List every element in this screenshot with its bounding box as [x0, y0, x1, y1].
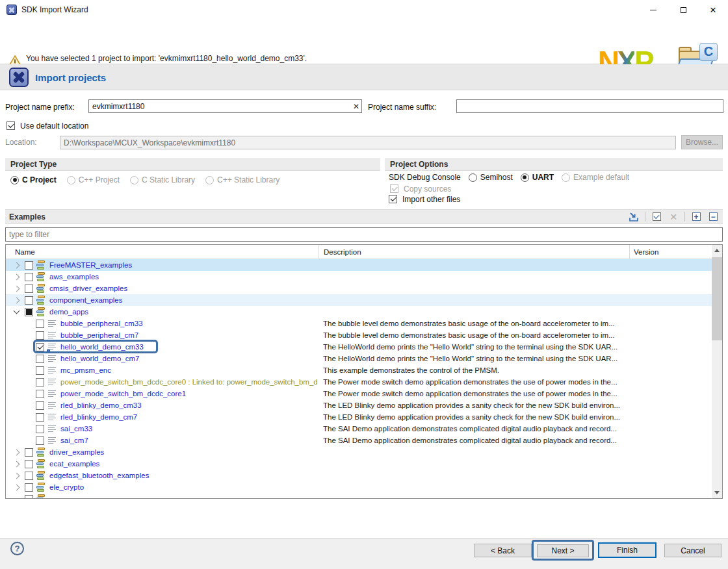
suffix-input[interactable]	[456, 99, 723, 113]
radio-uart[interactable]: UART	[521, 173, 554, 182]
example-name[interactable]: ele_crypto	[49, 483, 84, 491]
example-name[interactable]: bubble_peripheral_cm7	[60, 331, 138, 339]
table-row[interactable]: hello_world_demo_cm7The HelloWorld demo …	[6, 353, 712, 364]
example-name[interactable]: bubble_peripheral_cm33	[60, 320, 143, 327]
minimize-button[interactable]	[638, 0, 668, 19]
table-row[interactable]: sai_cm33The SAI Demo application demonst…	[6, 423, 712, 435]
import-other-files-checkbox[interactable]	[389, 195, 397, 203]
table-row[interactable]: ecat_examples	[6, 458, 712, 470]
example-name[interactable]: rled_blinky_demo_cm33	[60, 401, 142, 409]
expand-arrow-icon[interactable]	[14, 472, 20, 479]
row-checkbox[interactable]	[25, 273, 33, 281]
row-checkbox[interactable]	[25, 261, 33, 270]
row-checkbox[interactable]	[36, 343, 44, 351]
select-all-icon[interactable]	[651, 211, 662, 223]
row-checkbox[interactable]	[36, 331, 44, 340]
help-button[interactable]: ?	[10, 542, 24, 555]
filter-input[interactable]	[5, 227, 723, 242]
table-row[interactable]: hello_world_demo_cm33The HelloWorld demo…	[6, 341, 712, 353]
column-header-description[interactable]: Description	[318, 245, 629, 259]
row-checkbox[interactable]	[36, 320, 44, 328]
row-checkbox[interactable]	[36, 436, 44, 445]
row-checkbox[interactable]	[25, 296, 33, 305]
table-row[interactable]: driver_examples	[6, 446, 712, 458]
table-row[interactable]: aws_examples	[6, 271, 712, 283]
table-row[interactable]: demo_apps	[6, 306, 712, 318]
prefix-input[interactable]	[88, 99, 362, 113]
table-row[interactable]: power_mode_switch_bm_dcdc_core0 : Linked…	[6, 376, 712, 388]
row-checkbox[interactable]	[25, 308, 33, 316]
example-name[interactable]: driver_examples	[49, 448, 104, 456]
table-row[interactable]	[6, 493, 712, 498]
row-checkbox[interactable]	[36, 390, 44, 398]
vertical-scrollbar[interactable]	[712, 245, 722, 498]
maximize-button[interactable]	[668, 0, 698, 19]
table-row[interactable]: bubble_peripheral_cm33The bubble level d…	[6, 318, 712, 329]
row-checkbox[interactable]	[36, 378, 44, 386]
expand-all-icon[interactable]: +	[690, 211, 702, 223]
example-name[interactable]: FreeMASTER_examples	[49, 261, 132, 269]
table-row[interactable]: FreeMASTER_examples	[6, 259, 712, 271]
expand-arrow-icon[interactable]	[14, 461, 20, 467]
table-row[interactable]: bubble_peripheral_cm7The bubble level de…	[6, 329, 712, 341]
cancel-button[interactable]: Cancel	[664, 544, 722, 557]
example-name[interactable]: demo_apps	[49, 308, 88, 316]
row-checkbox[interactable]	[25, 483, 33, 492]
expand-arrow-icon[interactable]	[14, 297, 20, 303]
table-row[interactable]: sai_cm7The SAI Demo application demonstr…	[6, 435, 712, 446]
example-name[interactable]: cmsis_driver_examples	[49, 284, 127, 292]
example-name[interactable]: rled_blinky_demo_cm7	[60, 413, 137, 421]
expand-arrow-icon[interactable]	[14, 484, 20, 490]
row-checkbox[interactable]	[36, 366, 44, 375]
radio-c-project[interactable]: C Project	[10, 175, 57, 184]
expand-arrow-icon[interactable]	[14, 262, 20, 268]
table-row[interactable]: component_examples	[6, 294, 712, 306]
scroll-down-icon[interactable]	[712, 487, 722, 498]
expand-arrow-icon[interactable]	[14, 449, 20, 455]
scrollbar-thumb[interactable]	[712, 257, 722, 340]
import-example-icon[interactable]	[628, 211, 640, 223]
table-row[interactable]: ele_crypto	[6, 481, 712, 493]
row-checkbox[interactable]	[25, 284, 33, 293]
table-row[interactable]: edgefast_bluetooth_examples	[6, 470, 712, 481]
row-name-cell: FreeMASTER_examples	[6, 259, 318, 271]
row-checkbox[interactable]	[25, 472, 33, 480]
row-checkbox[interactable]	[25, 495, 33, 499]
example-name[interactable]: hello_world_demo_cm33	[60, 343, 144, 351]
table-row[interactable]: mc_pmsm_encThis example demonstrates the…	[6, 364, 712, 376]
example-name[interactable]: ecat_examples	[49, 460, 99, 468]
example-name[interactable]: aws_examples	[49, 273, 99, 281]
example-name[interactable]: sai_cm7	[60, 436, 88, 444]
example-name[interactable]: power_mode_switch_bm_dcdc_core1	[60, 390, 186, 398]
row-checkbox[interactable]	[25, 448, 33, 457]
back-button[interactable]: < Back	[474, 544, 532, 557]
example-name[interactable]: sai_cm33	[60, 425, 92, 433]
expand-arrow-icon[interactable]	[14, 285, 20, 292]
finish-button[interactable]: Finish	[598, 542, 656, 558]
row-checkbox[interactable]	[36, 401, 44, 410]
table-row[interactable]: power_mode_switch_bm_dcdc_core1The Power…	[6, 388, 712, 399]
example-name[interactable]: mc_pmsm_enc	[60, 366, 111, 374]
collapse-all-icon[interactable]: −	[707, 211, 719, 223]
example-name[interactable]: component_examples	[49, 296, 123, 304]
example-name[interactable]: edgefast_bluetooth_examples	[49, 472, 149, 479]
column-header-name[interactable]: Name	[6, 245, 318, 259]
row-checkbox[interactable]	[36, 355, 44, 363]
column-header-version[interactable]: Version	[629, 245, 712, 259]
row-checkbox[interactable]	[25, 460, 33, 468]
table-row[interactable]: rled_blinky_demo_cm33The LED Blinky demo…	[6, 399, 712, 411]
use-default-location-checkbox[interactable]	[6, 121, 15, 130]
close-button[interactable]: ✕	[698, 0, 728, 19]
table-row[interactable]: cmsis_driver_examples	[6, 283, 712, 294]
table-row[interactable]: rled_blinky_demo_cm7The LED Blinky demo …	[6, 411, 712, 423]
scroll-up-icon[interactable]	[712, 245, 722, 256]
row-checkbox[interactable]	[36, 425, 44, 433]
radio-semihost[interactable]: Semihost	[469, 173, 513, 182]
row-checkbox[interactable]	[36, 413, 44, 422]
example-name[interactable]: power_mode_switch_bm_dcdc_core0 : Linked…	[60, 378, 318, 386]
next-button[interactable]: Next >	[537, 544, 589, 557]
expand-arrow-icon[interactable]	[14, 273, 20, 280]
clear-prefix-icon[interactable]: ✕	[353, 102, 359, 111]
collapse-arrow-icon[interactable]	[14, 308, 20, 314]
example-name[interactable]: hello_world_demo_cm7	[60, 355, 139, 362]
